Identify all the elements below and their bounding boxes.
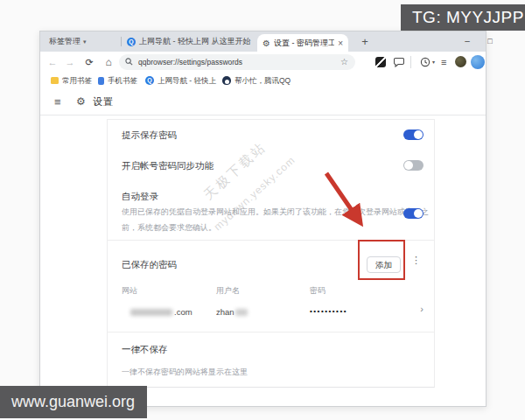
tab-separator xyxy=(121,37,122,46)
tab-settings-active[interactable]: ⚙ 设置 - 密码管理工具 × xyxy=(257,34,348,52)
settings-header: ≡ ⚙ 设置 xyxy=(40,88,486,116)
sync-label: 开启帐号密码同步功能 xyxy=(122,160,214,172)
browser-window: 标签管理▾ Q上网导航 - 轻快上网 从这里开始 ⚙ 设置 - 密码管理工具 ×… xyxy=(39,31,486,407)
column-header-username: 用户名 xyxy=(216,285,240,297)
address-bar[interactable]: qqbrowser://settings/passwords ☆ xyxy=(119,54,355,70)
qq-account-icon[interactable] xyxy=(471,55,485,69)
folder-icon xyxy=(51,77,59,84)
back-icon[interactable]: ← xyxy=(46,52,60,73)
never-save-hint: 一律不保存密码的网站将显示在这里 xyxy=(122,367,248,378)
site-suffix: .com xyxy=(174,307,192,317)
gear-icon: ⚙ xyxy=(76,88,86,116)
bookmark-mobile[interactable]: 手机书签 xyxy=(108,73,137,88)
site-watermark-badge: www.guanwei.org xyxy=(0,386,147,418)
autologin-label: 自动登录 xyxy=(122,191,158,203)
divider xyxy=(108,332,434,332)
new-tab-button[interactable]: + xyxy=(357,32,373,51)
column-header-password: 密码 xyxy=(310,285,326,297)
chevron-down-icon: ▾ xyxy=(83,38,87,45)
save-prompt-label: 提示保存密码 xyxy=(122,130,177,142)
password-dots: •••••••••• xyxy=(310,307,347,315)
extension-icon[interactable] xyxy=(375,57,386,67)
tab-strip: 标签管理▾ Q上网导航 - 轻快上网 从这里开始 ⚙ 设置 - 密码管理工具 ×… xyxy=(40,32,486,52)
autologin-desc-line2: 前，系统都会要求您确认。 xyxy=(122,222,216,234)
feedback-bubble-icon[interactable] xyxy=(394,57,404,67)
saved-passwords-label: 已保存的密码 xyxy=(122,259,177,271)
bookmarks-bar: 常用书签 手机书签 Q 上网导航 - 轻快上 帮小忙，腾讯QQ xyxy=(40,73,486,88)
forward-icon[interactable]: → xyxy=(63,52,77,73)
username-cell: zhan xyxy=(216,307,234,317)
column-header-site: 网站 xyxy=(122,285,137,297)
save-prompt-toggle[interactable] xyxy=(403,130,424,140)
tab-navigation[interactable]: Q上网导航 - 轻快上网 从这里开始 xyxy=(127,32,255,52)
sync-toggle[interactable] xyxy=(403,160,424,171)
gear-icon: ⚙ xyxy=(262,38,270,48)
blurred-site-name xyxy=(130,309,172,316)
url-text: qqbrowser://settings/passwords xyxy=(138,58,242,66)
home-icon[interactable]: ⌂ xyxy=(102,52,116,73)
qq-browser-icon: Q xyxy=(145,76,154,85)
settings-menu-icon[interactable]: ≡ xyxy=(54,88,61,116)
never-save-label: 一律不保存 xyxy=(122,344,168,356)
reload-icon[interactable]: ⟳ xyxy=(82,52,96,73)
bookmark-tencent-qq[interactable]: 帮小忙，腾讯QQ xyxy=(234,73,290,88)
tab-label-manager[interactable]: 标签管理▾ xyxy=(49,32,119,52)
bookmark-navigation[interactable]: 上网导航 - 轻快上 xyxy=(158,73,216,88)
toolbar-separator xyxy=(410,56,411,68)
history-icon[interactable] xyxy=(420,57,430,67)
search-icon xyxy=(125,58,133,66)
close-tab-icon[interactable]: × xyxy=(338,38,343,48)
autologin-toggle[interactable] xyxy=(403,208,424,219)
browser-menu-icon[interactable]: ≡ xyxy=(441,52,446,73)
bookmark-common[interactable]: 常用书签 xyxy=(62,73,92,88)
profile-avatar[interactable] xyxy=(455,56,466,67)
tg-watermark-badge: TG: MYYJJPP xyxy=(401,4,525,31)
browser-toolbar: ← → ⟳ ⌂ qqbrowser://settings/passwords ☆… xyxy=(40,52,486,73)
history-dropdown-icon[interactable]: ▾ xyxy=(432,52,435,73)
annotation-red-rectangle xyxy=(358,240,405,280)
minimize-button[interactable]: – xyxy=(458,32,477,51)
chevron-right-icon[interactable]: › xyxy=(420,304,424,314)
annotation-red-arrow xyxy=(320,170,371,233)
page-title: 设置 xyxy=(93,88,114,116)
autologin-desc-line1: 使用已保存的凭据自动登录网站和应用。如果关闭了该功能，在您每次登录网站或应用之 xyxy=(122,206,429,218)
qq-browser-icon: Q xyxy=(127,38,136,46)
maximize-button[interactable]: □ xyxy=(480,32,500,51)
qq-penguin-icon xyxy=(222,76,231,85)
phone-icon xyxy=(98,77,104,85)
blurred-username-tail xyxy=(235,309,248,316)
bookmark-star-icon[interactable]: ☆ xyxy=(340,54,348,70)
more-options-icon[interactable]: ⋮ xyxy=(411,255,421,266)
